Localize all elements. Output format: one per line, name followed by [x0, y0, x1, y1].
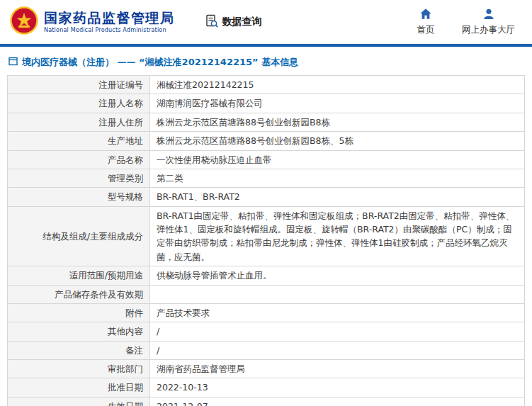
row-product-name: 产品名称 一次性使用桡动脉压迫止血带	[8, 150, 525, 169]
field-label: 注册人名称	[8, 94, 150, 113]
row-approval-date: 批准日期 2022-10-13	[8, 378, 525, 397]
row-approval-dept: 审批部门 湖南省药品监督管理局	[8, 360, 525, 378]
page-title-text: 境内医疗器械（注册） —— “湘械注准20212142215” 基本信息	[22, 56, 298, 69]
row-model-spec: 型号规格 BR-RAT1、BR-RAT2	[8, 188, 525, 206]
row-production-address: 生产地址 株洲云龙示范区苗塘路88号创业创新园B8栋、5栋	[8, 132, 525, 150]
document-search-icon	[205, 14, 219, 30]
field-label: 产品名称	[8, 150, 150, 169]
field-label: 产品储存条件及有效期	[8, 285, 150, 303]
header-nav: 首页 网上办事大厅	[414, 8, 522, 36]
home-icon	[419, 8, 432, 22]
field-value: 湖南省药品监督管理局	[150, 360, 525, 378]
field-label: 其他内容	[8, 322, 150, 341]
nav-data-query-label: 数据查询	[222, 16, 262, 28]
field-label: 注册人住所	[8, 113, 150, 131]
row-other-content: 其他内容 /	[8, 322, 525, 341]
field-value: 一次性使用桡动脉压迫止血带	[150, 150, 525, 169]
row-composition: 结构及组成/主要组成成分 BR-RAT1由固定带、粘扣带、弹性体和固定板组成；B…	[8, 206, 525, 266]
registration-info-table: 注册证编号 湘械注准20212142215 注册人名称 湖南博润医疗器械有限公司…	[7, 75, 525, 406]
field-value: 湘械注准20212142215	[150, 76, 525, 94]
row-storage-validity: 产品储存条件及有效期	[8, 285, 525, 303]
field-label: 适用范围/预期用途	[8, 266, 150, 285]
row-effective-date: 生效日期 2021-12-07	[8, 397, 525, 406]
row-remarks: 备注 /	[8, 341, 525, 359]
user-icon	[482, 8, 495, 22]
row-registrant-address: 注册人住所 株洲云龙示范区苗塘路88号创业创新园B8栋	[8, 113, 525, 131]
field-value: BR-RAT1、BR-RAT2	[150, 188, 525, 206]
field-value: 2022-10-13	[150, 378, 525, 397]
row-intended-use: 适用范围/预期用途 供桡动脉导管插管术止血用。	[8, 266, 525, 285]
field-label: 备注	[8, 341, 150, 359]
row-management-category: 管理类别 第二类	[8, 169, 525, 187]
nav-home-label: 首页	[417, 24, 435, 36]
field-value: 产品技术要求	[150, 303, 525, 322]
field-value: 第二类	[150, 169, 525, 187]
site-header: 国家药品监督管理局 National Medical Products Admi…	[0, 0, 532, 44]
field-value	[150, 285, 525, 303]
agency-name-block: 国家药品监督管理局 National Medical Products Admi…	[44, 11, 175, 34]
field-label: 管理类别	[8, 169, 150, 187]
field-label: 生效日期	[8, 397, 150, 406]
nav-home[interactable]: 首页	[414, 8, 438, 36]
field-label: 附件	[8, 303, 150, 322]
national-emblem-icon	[10, 6, 38, 38]
nmpa-logo[interactable]: 国家药品监督管理局 National Medical Products Admi…	[10, 6, 175, 38]
field-value: BR-RAT1由固定带、粘扣带、弹性体和固定板组成；BR-RAT2由固定带、粘扣…	[150, 206, 525, 266]
main-content: 境内医疗器械（注册） —— “湘械注准20212142215” 基本信息 注册证…	[0, 47, 532, 406]
row-registrant-name: 注册人名称 湖南博润医疗器械有限公司	[8, 94, 525, 113]
field-value: /	[150, 322, 525, 341]
agency-name-en: National Medical Products Administration	[44, 27, 175, 33]
field-value: 供桡动脉导管插管术止血用。	[150, 266, 525, 285]
nav-service-hall-label: 网上办事大厅	[462, 24, 515, 36]
field-label: 结构及组成/主要组成成分	[8, 206, 150, 266]
field-label: 注册证编号	[8, 76, 150, 94]
field-label: 型号规格	[8, 188, 150, 206]
field-value: /	[150, 341, 525, 359]
row-cert-no: 注册证编号 湘械注准20212142215	[8, 76, 525, 94]
field-label: 审批部门	[8, 360, 150, 378]
agency-name-cn: 国家药品监督管理局	[44, 11, 175, 26]
field-value: 株洲云龙示范区苗塘路88号创业创新园B8栋	[150, 113, 525, 131]
field-value: 株洲云龙示范区苗塘路88号创业创新园B8栋、5栋	[150, 132, 525, 150]
field-value: 2021-12-07	[150, 397, 525, 406]
page-title: 境内医疗器械（注册） —— “湘械注准20212142215” 基本信息	[7, 52, 525, 75]
window-icon	[9, 57, 18, 68]
nav-data-query[interactable]: 数据查询	[205, 14, 262, 30]
field-label: 生产地址	[8, 132, 150, 150]
row-attachment: 附件 产品技术要求	[8, 303, 525, 322]
field-value: 湖南博润医疗器械有限公司	[150, 94, 525, 113]
nav-service-hall[interactable]: 网上办事大厅	[462, 8, 515, 36]
field-label: 批准日期	[8, 378, 150, 397]
